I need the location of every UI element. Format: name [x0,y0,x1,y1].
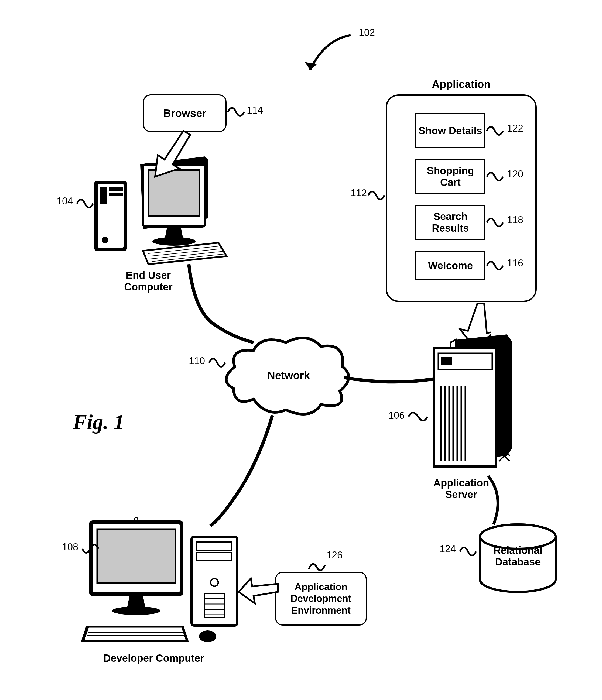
conn-cloud-dev [205,412,281,528]
squiggle-124 [458,542,477,561]
svg-point-29 [135,518,138,521]
ade-text: Application Development Environment [276,581,366,616]
ref-108: 108 [62,542,78,553]
network-label: Network [262,369,316,381]
svg-point-21 [152,237,196,246]
ref-114: 114 [247,105,263,116]
ref-110: 110 [189,355,205,367]
squiggle-112 [367,186,386,205]
application-server-icon [429,332,518,472]
svg-rect-32 [197,542,232,550]
ref-124: 124 [440,543,456,555]
svg-point-44 [199,630,216,642]
conn-cloud-server [342,369,437,391]
svg-marker-0 [305,62,317,70]
search-results-text: Search Results [416,211,484,234]
box-show-details: Show Details [415,113,485,148]
squiggle-126 [308,555,327,574]
svg-point-30 [112,606,161,615]
conn-server-db [480,475,512,528]
svg-rect-17 [109,193,123,196]
developer-computer-icon [75,512,259,647]
ref-104: 104 [57,196,73,207]
ref-112: 112 [351,188,367,199]
arrow-browser [151,129,194,181]
squiggle-104 [75,194,94,213]
squiggle-110 [208,353,226,372]
ref-126: 126 [327,550,342,561]
welcome-text: Welcome [428,260,473,272]
browser-text: Browser [163,107,206,120]
squiggle-108 [81,539,100,558]
end-user-label: End User Computer [113,270,184,293]
ade-callout: Application Development Environment [275,572,367,626]
ref-122: 122 [507,123,523,134]
browser-callout: Browser [143,94,226,132]
svg-rect-35 [204,593,225,618]
ref-106: 106 [388,410,405,421]
conn-enduser-cloud [184,261,259,348]
ref-116: 116 [507,257,523,269]
svg-rect-33 [197,553,232,561]
figure-title: Fig. 1 [73,410,124,434]
box-welcome: Welcome [415,251,485,280]
svg-rect-15 [100,188,107,204]
box-search-results: Search Results [415,205,485,240]
svg-rect-28 [97,529,175,583]
squiggle-122 [485,121,504,140]
svg-point-18 [102,237,109,243]
squiggle-120 [485,167,504,186]
squiggle-114 [226,102,245,121]
ref-arc-102 [302,32,361,81]
squiggle-118 [485,213,504,232]
squiggle-116 [485,256,504,275]
svg-rect-3 [441,357,452,365]
developer-label: Developer Computer [102,653,205,664]
arrow-ade [237,574,281,607]
squiggle-106 [407,407,429,426]
svg-rect-16 [109,188,123,191]
database-label: Relational Database [485,545,550,568]
ref-118: 118 [507,215,523,226]
application-title: Application [421,78,502,90]
shopping-cart-text: Shopping Cart [416,165,484,188]
box-shopping-cart: Shopping Cart [415,159,485,194]
ref-102: 102 [359,27,375,38]
show-details-text: Show Details [418,125,483,137]
ref-120: 120 [507,169,523,180]
